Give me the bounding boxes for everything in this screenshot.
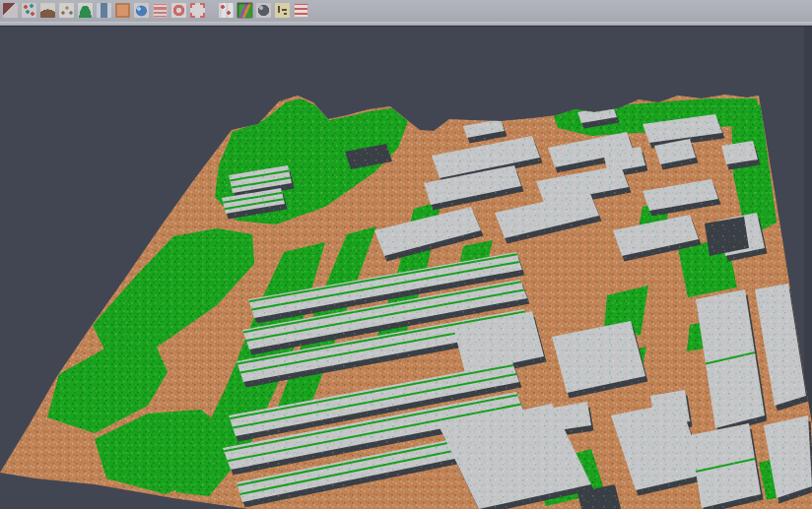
- terrain-view-icon[interactable]: [78, 3, 93, 18]
- flag-stripes-icon[interactable]: [294, 3, 308, 18]
- zoom-extent-icon[interactable]: [190, 3, 205, 18]
- app-window: [0, 0, 812, 509]
- globe-3d-icon[interactable]: [134, 3, 149, 18]
- layer-list-icon[interactable]: [153, 3, 168, 18]
- sphere-render-icon[interactable]: [256, 3, 271, 18]
- viewport-3d[interactable]: [0, 27, 812, 509]
- intensity-view-icon[interactable]: [115, 3, 130, 18]
- grid-markers-icon[interactable]: [219, 3, 234, 18]
- measure-tool-icon[interactable]: [275, 3, 290, 18]
- open-file-icon[interactable]: [3, 3, 18, 18]
- point-view-icon[interactable]: [59, 3, 74, 18]
- point-cloud-scene: [0, 27, 812, 509]
- hillshade-view-icon[interactable]: [40, 3, 55, 18]
- target-ring-icon[interactable]: [171, 3, 186, 18]
- classify-points-icon[interactable]: [22, 3, 36, 18]
- profile-tool-icon[interactable]: [97, 3, 111, 18]
- classification-view-icon[interactable]: [237, 3, 252, 18]
- point-cloud-noise: [0, 27, 812, 509]
- toolbar: [0, 0, 812, 22]
